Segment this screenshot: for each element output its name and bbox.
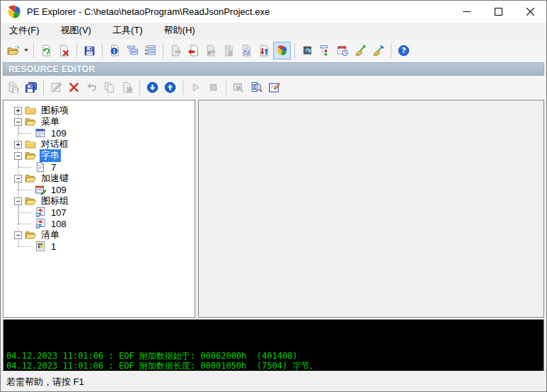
accelerator-icon (35, 184, 47, 195)
delete-resource-button[interactable] (65, 79, 83, 96)
folder-closed-icon (25, 105, 37, 116)
expand-plus-toggle[interactable]: + (14, 141, 22, 149)
move-up-button[interactable] (161, 79, 179, 96)
svg-text:?: ? (401, 46, 405, 55)
menu-help[interactable]: 帮助(H) (157, 23, 202, 38)
play-button-disabled (187, 79, 205, 96)
menu-resource-icon (35, 127, 47, 139)
tree-item-label[interactable]: 加速键 (40, 172, 70, 185)
resource-editor-band: RESOURCE EDITOR (3, 62, 544, 76)
tree-item-label[interactable]: 清单 (40, 229, 61, 241)
save-resource-button-disabled (4, 79, 22, 96)
resource-tree-view-button[interactable] (142, 42, 159, 59)
close-file-button[interactable] (55, 42, 73, 59)
edit-properties-button[interactable] (265, 79, 283, 96)
structure-viewer-button[interactable] (124, 42, 142, 59)
tree-item-加速键[interactable]: −加速键 (4, 173, 195, 184)
folder-closed-icon (25, 139, 37, 150)
folder-open-icon (25, 173, 37, 184)
scan-file-button[interactable] (238, 42, 255, 59)
tree-item-图标组[interactable]: −图标组 (4, 195, 195, 207)
clear-redo-button[interactable] (369, 42, 387, 59)
tree-item-label[interactable]: 109 (50, 185, 68, 195)
title-bar: PE Explorer - C:\hetao\hetaoProgram\Read… (1, 1, 546, 23)
log-line: 04.12.2023 11:01:06 : EOF 附加数据始于: 000620… (6, 351, 541, 361)
chevron-down-icon (24, 49, 28, 52)
content-area: +图标项−菜单109+对话框−字串7−加速键109−图标组107108−清单1 (1, 99, 546, 319)
tree-item-label[interactable]: 字串 (40, 149, 61, 162)
log-line: 04.12.2023 11:01:06 : EOF 附加数据长度: 000010… (6, 361, 541, 371)
new-resource-button-disabled (118, 79, 136, 96)
manifest-icon (35, 241, 47, 252)
stop-button-disabled (205, 79, 222, 96)
disassembler-button[interactable] (299, 42, 316, 59)
folder-open-icon (25, 195, 37, 207)
help-button[interactable]: ? (395, 42, 413, 59)
log-console[interactable]: 04.12.2023 11:01:06 : EOF 附加数据始于: 000620… (3, 319, 544, 371)
maximize-icon (495, 8, 502, 16)
date-time-button[interactable]: 12 (334, 42, 352, 59)
undo-button-disabled (83, 79, 100, 96)
tree-item-菜单[interactable]: −菜单 (4, 116, 195, 127)
close-icon (526, 8, 534, 16)
menu-view[interactable]: 视图(V) (54, 23, 98, 38)
save-all-resources-button[interactable] (22, 79, 40, 96)
tree-item-109[interactable]: 109 (4, 184, 195, 195)
main-toolbar: 12 ? (1, 38, 546, 62)
tree-item-label[interactable]: 菜单 (40, 115, 61, 128)
certificate-button-disabled (220, 42, 238, 59)
minimize-button[interactable] (451, 1, 483, 23)
open-file-dropdown[interactable] (22, 42, 30, 59)
folder-open-icon (25, 150, 37, 161)
reload-file-button[interactable] (38, 42, 55, 59)
tree-item-对话框[interactable]: +对话框 (4, 139, 195, 150)
close-button[interactable] (514, 1, 546, 23)
resource-toolbar (1, 76, 546, 99)
resource-tree-panel[interactable]: +图标项−菜单109+对话框−字串7−加速键109−图标组107108−清单1 (3, 100, 195, 318)
tree-item-109[interactable]: 109 (4, 127, 195, 139)
tree-item-108[interactable]: 108 (4, 218, 195, 229)
export-section-button-disabled (202, 42, 220, 59)
tree-item-图标项[interactable]: +图标项 (4, 105, 195, 116)
menu-bar: 文件(F) 视图(V) 工具(T) 帮助(H) (1, 23, 546, 38)
tree-item-107[interactable]: 107 (4, 207, 195, 218)
move-down-button[interactable] (144, 79, 161, 96)
clear-button[interactable] (352, 42, 369, 59)
tree-item-label[interactable]: 7 (50, 162, 57, 173)
tree-item-label[interactable]: 107 (50, 207, 68, 218)
minimize-icon (463, 8, 471, 16)
resource-editor-button[interactable] (273, 42, 291, 59)
resource-editor-title: RESOURCE EDITOR (4, 64, 95, 74)
resource-view-panel[interactable] (198, 100, 544, 318)
tree-item-label[interactable]: 108 (50, 219, 68, 229)
svg-text:12: 12 (340, 46, 343, 49)
folder-open-icon (25, 229, 37, 241)
maximize-button[interactable] (483, 1, 514, 23)
status-bar: 若需帮助，请按 F1 (1, 371, 546, 391)
window-title: PE Explorer - C:\hetao\hetaoProgram\Read… (27, 6, 270, 17)
tree-item-7[interactable]: 7 (4, 161, 195, 173)
pe-explorer-window: PE Explorer - C:\hetao\hetaoProgram\Read… (0, 0, 547, 392)
menu-file[interactable]: 文件(F) (2, 23, 47, 38)
tree-item-1[interactable]: 1 (4, 241, 195, 252)
tree-item-字串[interactable]: −字串 (4, 150, 195, 161)
import-resources-button[interactable] (185, 42, 202, 59)
tree-item-label[interactable]: 109 (50, 128, 68, 139)
icon-group-icon (35, 218, 47, 229)
preview-dialog-button[interactable] (230, 79, 248, 96)
sync-file-button[interactable] (255, 42, 273, 59)
app-pinwheel-icon (6, 4, 22, 20)
file-info-button[interactable] (106, 42, 124, 59)
tree-item-label[interactable]: 1 (50, 241, 57, 252)
tree-item-清单[interactable]: −清单 (4, 229, 195, 241)
find-resource-button[interactable] (248, 79, 265, 96)
open-file-button[interactable] (4, 42, 22, 59)
tree-item-label[interactable]: 图标组 (40, 195, 70, 207)
icon-group-icon (35, 207, 47, 218)
save-file-button[interactable] (81, 42, 98, 59)
expand-plus-toggle[interactable]: + (14, 107, 22, 115)
resource-tree: +图标项−菜单109+对话框−字串7−加速键109−图标组107108−清单1 (4, 100, 195, 252)
dependency-scanner-button[interactable] (316, 42, 334, 59)
string-document-icon (35, 161, 47, 173)
menu-tools[interactable]: 工具(T) (105, 23, 150, 38)
